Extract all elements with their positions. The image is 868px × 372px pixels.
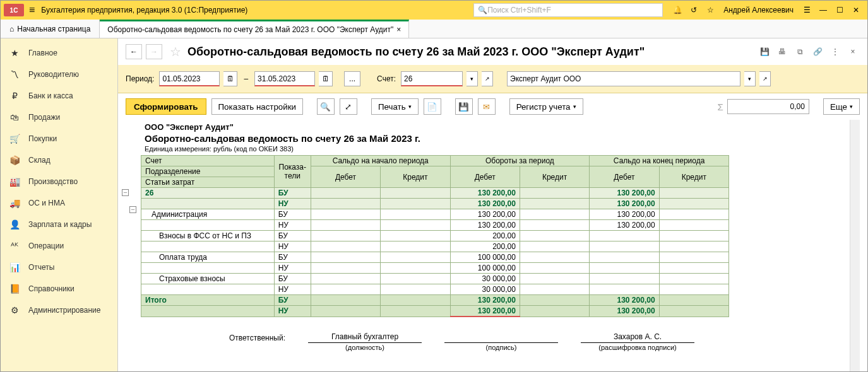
page-close-icon[interactable]: × [846, 45, 860, 59]
sidebar-icon-1: 〽 [9, 69, 20, 79]
sidebar-label-3: Продажи [28, 113, 60, 122]
home-icon: ⌂ [9, 25, 14, 33]
th-subdivision: Подразделение [141, 166, 275, 177]
save-report-button[interactable]: 💾 [455, 98, 473, 115]
global-search-input[interactable]: 🔍 Поиск Ctrl+Shift+F [473, 3, 663, 17]
print-icon[interactable]: 🖶 [775, 45, 789, 59]
report-toolbar: Сформировать Показать настройки 🔍 ⤢ Печа… [118, 93, 867, 120]
sidebar-label-4: Покупки [28, 134, 57, 143]
th-cost-items: Статьи затрат [141, 177, 275, 188]
tree-gutter: − − [121, 120, 141, 371]
th-turnover: Обороты за период [450, 156, 590, 166]
period-label: Период: [126, 74, 154, 83]
forward-button[interactable]: → [146, 44, 162, 59]
sidebar-item-1[interactable]: 〽Руководителю [1, 64, 117, 85]
sum-display: 0,00 [727, 99, 809, 114]
page-header: ← → ☆ Оборотно-сальдовая ведомость по сч… [118, 38, 867, 65]
calendar-from-icon[interactable]: 🗓 [223, 71, 237, 86]
sidebar-item-9[interactable]: ᴬᴷОперации [1, 235, 117, 257]
sidebar-item-11[interactable]: 📙Справочники [1, 278, 117, 299]
th-saldo-end: Сальдо на конец периода [590, 156, 729, 166]
vertical-scrollbar[interactable] [850, 120, 860, 371]
org-open-icon[interactable]: ↗ [759, 71, 771, 86]
period-picker-button[interactable]: ... [344, 71, 360, 86]
history-icon[interactable]: ↺ [686, 2, 702, 18]
menu-icon[interactable]: ≡ [29, 4, 35, 16]
sidebar-label-6: Производство [28, 177, 78, 186]
favorite-icon[interactable]: ☆ [170, 44, 181, 59]
sidebar-label-10: Отчеты [28, 263, 54, 272]
sidebar-item-8[interactable]: 👤Зарплата и кадры [1, 214, 117, 235]
sidebar-item-0[interactable]: ★Главное [1, 42, 117, 64]
position-value: Главный бухгалтер [308, 332, 422, 342]
user-name[interactable]: Андрей Алексеевич [723, 6, 794, 15]
sidebar-item-6[interactable]: 🏭Производство [1, 171, 117, 192]
sidebar-item-5[interactable]: 📦Склад [1, 149, 117, 171]
sidebar-icon-2: ₽ [9, 91, 20, 101]
table-row: НУ130 200,00130 200,00 [141, 306, 729, 317]
sidebar-icon-5: 📦 [9, 155, 20, 165]
tab-home-label: Начальная страница [17, 25, 90, 33]
th-account: Счет [141, 156, 275, 166]
responsible-label: Ответственный: [229, 332, 285, 351]
link-icon[interactable]: 🔗 [811, 45, 824, 59]
sidebar-label-8: Зарплата и кадры [28, 220, 92, 229]
show-settings-button[interactable]: Показать настройки [211, 98, 303, 115]
th-credit-1: Кредит [381, 166, 450, 188]
expand-button[interactable]: ⤢ [340, 98, 357, 115]
register-button[interactable]: Регистр учета ▾ [509, 98, 583, 115]
parameter-bar: Период: 01.05.2023 🗓 – 31.05.2023 🗓 ... … [118, 65, 867, 93]
close-icon[interactable]: ✕ [848, 2, 864, 18]
account-input[interactable]: 26 [401, 71, 463, 86]
sidebar-item-10[interactable]: 📊Отчеты [1, 257, 117, 278]
tab-report[interactable]: Оборотно-сальдовая ведомость по счету 26… [100, 20, 409, 38]
signature-value [444, 332, 558, 342]
back-button[interactable]: ← [126, 44, 142, 59]
tree-collapse-1[interactable]: − [122, 189, 129, 196]
position-label: (должность) [308, 342, 422, 351]
table-row: НУ30 000,00 [141, 284, 729, 295]
print-button[interactable]: Печать ▾ [371, 98, 419, 115]
account-open-icon[interactable]: ↗ [482, 71, 493, 86]
date-from-input[interactable]: 01.05.2023 [159, 71, 220, 86]
date-to-input[interactable]: 31.05.2023 [254, 71, 315, 86]
user-menu-icon[interactable]: ☰ [799, 2, 815, 18]
export-button[interactable]: 📄 [424, 98, 441, 115]
sidebar-item-4[interactable]: 🛒Покупки [1, 128, 117, 149]
sidebar-label-1: Руководителю [28, 70, 79, 79]
calendar-to-icon[interactable]: 🗓 [319, 71, 333, 86]
table-row: НУ100 000,00 [141, 263, 729, 274]
sidebar-icon-7: 🚚 [9, 198, 20, 208]
sidebar-label-5: Склад [28, 156, 51, 165]
tab-home[interactable]: ⌂ Начальная страница [1, 20, 100, 38]
sidebar-item-12[interactable]: ⚙Администрирование [1, 299, 117, 321]
maximize-icon[interactable]: ☐ [831, 2, 848, 18]
organization-input[interactable]: Эксперт Аудит ООО [507, 71, 740, 86]
account-dropdown-icon[interactable]: ▾ [467, 71, 478, 86]
settings-icon[interactable]: ⧉ [793, 45, 807, 59]
bell-icon[interactable]: 🔔 [669, 2, 686, 18]
tabbar: ⌂ Начальная страница Оборотно-сальдовая … [1, 20, 867, 38]
page-title: Оборотно-сальдовая ведомость по счету 26… [187, 45, 645, 59]
star-icon[interactable]: ☆ [702, 2, 718, 18]
email-button[interactable]: ✉ [478, 98, 496, 115]
org-dropdown-icon[interactable]: ▾ [744, 71, 756, 86]
generate-button[interactable]: Сформировать [126, 98, 206, 115]
tab-close-icon[interactable]: × [396, 25, 401, 34]
find-button[interactable]: 🔍 [317, 98, 335, 115]
sidebar-icon-10: 📊 [9, 262, 20, 272]
tree-collapse-2[interactable]: − [129, 206, 136, 213]
sidebar-icon-0: ★ [9, 48, 20, 58]
sidebar-label-2: Банк и касса [28, 91, 73, 100]
content-area: ← → ☆ Оборотно-сальдовая ведомость по сч… [118, 38, 867, 371]
minimize-icon[interactable]: — [815, 2, 831, 18]
sidebar-label-9: Операции [28, 241, 64, 250]
sidebar-icon-12: ⚙ [9, 305, 20, 315]
sidebar-item-2[interactable]: ₽Банк и касса [1, 85, 117, 107]
more-icon[interactable]: ⋮ [828, 45, 842, 59]
sidebar-item-7[interactable]: 🚚ОС и НМА [1, 192, 117, 214]
report-area: − − ООО "Эксперт Аудит" Оборотно-сальдов… [118, 120, 867, 371]
save-icon[interactable]: 💾 [758, 45, 771, 59]
more-button[interactable]: Еще ▾ [823, 98, 860, 115]
sidebar-item-3[interactable]: 🛍Продажи [1, 107, 117, 128]
